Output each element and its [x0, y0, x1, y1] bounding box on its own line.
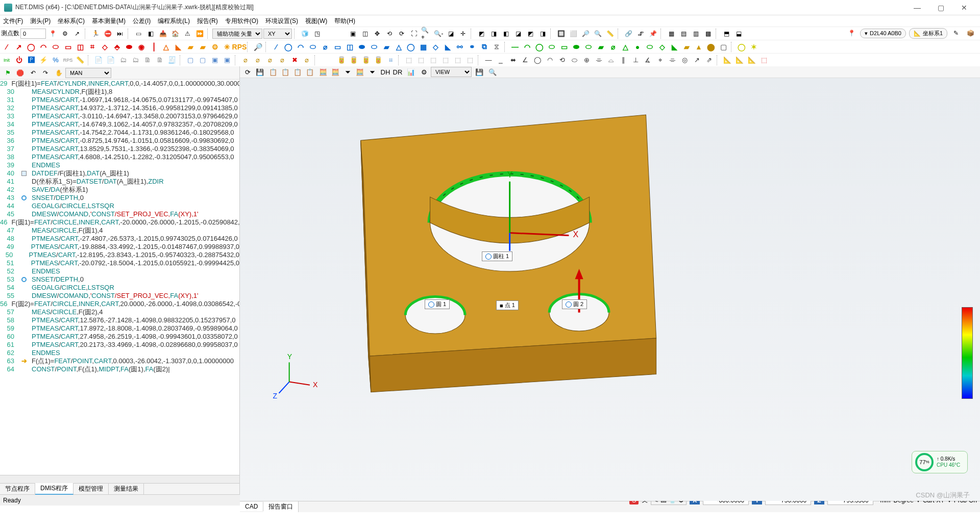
feat-c-mir-icon[interactable]: ⧖ — [491, 41, 502, 53]
feat-g-cone-icon[interactable]: △ — [620, 41, 631, 53]
vtool-⏷-icon[interactable]: ⏷ — [366, 66, 378, 78]
tb3-power-icon[interactable]: ⏻ — [13, 55, 24, 66]
feat-c-diam-icon[interactable]: ◇ — [430, 41, 441, 53]
feat-rps-icon[interactable]: RPS — [234, 41, 245, 53]
warning-icon[interactable]: ⚠ — [182, 28, 193, 39]
vtool-🧮-icon[interactable]: 🧮 — [354, 66, 365, 78]
feat-g-face-icon[interactable]: ▢ — [718, 41, 729, 53]
code-line[interactable]: 60PTMEAS/CART,27.4958,-26.2519,-1.4098,-… — [0, 333, 239, 341]
tb3-t-cn-icon[interactable]: ◎ — [679, 55, 690, 66]
vtool-📋-icon[interactable]: 📋 — [280, 66, 291, 78]
feat-line-icon[interactable]: ∕ — [1, 41, 12, 53]
feat-c-rect2-icon[interactable]: ◫ — [344, 41, 355, 53]
feat-g-ell-icon[interactable]: ⬭ — [546, 41, 557, 53]
feat-slot-icon[interactable]: ⬬ — [124, 41, 135, 53]
code-line[interactable]: 63➔F(点1)=FEAT/POINT,CART,0.0003,-26.0042… — [0, 357, 239, 365]
grid1-icon[interactable]: ▦ — [666, 28, 677, 39]
code-line[interactable]: 47MEAS/CIRCLE,F(圆1),4 — [0, 226, 239, 235]
code-line[interactable]: 45DMESW/COMAND,'CONST/SET_PROJ_VEC,FA(XY… — [0, 210, 239, 218]
feat-c-circ-icon[interactable]: ◯ — [283, 41, 294, 53]
vtool-📋-icon[interactable]: 📋 — [304, 66, 315, 78]
flag-stop-icon[interactable]: 🛑 — [14, 67, 26, 79]
code-line[interactable]: 29F(圆柱1)=FEAT/CYLNDR,INNER,CART,0,0,-14.… — [0, 80, 239, 88]
menu-item[interactable]: 坐标系(C) — [58, 17, 85, 26]
code-line[interactable]: 35PTMEAS/CART,-14.7542,2.7044,-1.1731,0.… — [0, 129, 239, 137]
vtool-🧮-icon[interactable]: 🧮 — [317, 66, 329, 78]
view-select[interactable]: VIEW — [431, 67, 472, 77]
tb3-my-icon[interactable]: 📐 — [734, 55, 745, 66]
geometry-icon[interactable]: 📦 — [965, 28, 976, 39]
zoomout-icon[interactable]: 🔍- — [433, 28, 444, 39]
sel-rect-icon[interactable]: ▣ — [347, 28, 358, 39]
zoom-fit-icon[interactable]: ⬜ — [568, 28, 579, 39]
left-tab[interactable]: 模型管理 — [74, 484, 109, 494]
feat-rect-icon[interactable]: ▭ — [62, 41, 74, 53]
tb3-seg1-icon[interactable]: ⬚ — [403, 55, 414, 66]
tb3-pct-icon[interactable]: % — [50, 55, 61, 66]
link2-icon[interactable]: 🖇 — [635, 28, 646, 39]
code-line[interactable]: 59PTMEAS/CART,17.8972,-18.8008,-1.4098,0… — [0, 324, 239, 333]
ruler-icon[interactable]: 📏 — [604, 28, 616, 39]
tb3-t-sp-icon[interactable]: ⬭ — [569, 55, 580, 66]
tb3-seg3-icon[interactable]: ⬚ — [428, 55, 439, 66]
tb3-t-a1-icon[interactable]: ∠ — [520, 55, 531, 66]
tb3-cyl5-icon[interactable]: ⌀ — [301, 55, 312, 66]
feat-cyl-icon[interactable]: ⌗ — [87, 41, 98, 53]
tb3-t-c2-icon[interactable]: ◠ — [544, 55, 555, 66]
import-icon[interactable]: 📥 — [157, 28, 168, 39]
code-line[interactable]: 54GEOALG/CIRCLE,LSTSQR — [0, 284, 239, 292]
feat-c-line-icon[interactable]: ∕ — [271, 41, 282, 53]
feat-c-pair-icon[interactable]: ⚯ — [454, 41, 465, 53]
feat-circle-icon[interactable]: ◯ — [26, 41, 37, 53]
feat-c-sph-icon[interactable]: ◯ — [405, 41, 416, 53]
tb3-cyl4-icon[interactable]: ⌀ — [277, 55, 288, 66]
axis-select[interactable]: XY — [263, 29, 292, 39]
code-line[interactable]: 40DATDEF/F(圆柱1),DAT(A_圆柱1) — [0, 169, 239, 178]
probe-icon[interactable]: 📍 — [846, 28, 857, 39]
sticky-icon[interactable]: 📌 — [647, 28, 658, 39]
menu-item[interactable]: 帮助(H) — [334, 17, 355, 26]
tb3-t-po-icon[interactable]: ⌖ — [654, 55, 666, 66]
code-line[interactable]: 62ENDMES — [0, 349, 239, 357]
tb3-ds3-icon[interactable]: 🗂 — [117, 55, 129, 66]
feat-c-slab-icon[interactable]: ▰ — [381, 41, 392, 53]
vtool-🔍-icon[interactable]: 🔍 — [487, 66, 498, 78]
menu-item[interactable]: 报告(R) — [197, 17, 218, 26]
doc-sel-icon[interactable]: ⬒ — [721, 28, 732, 39]
feat-slab-icon[interactable]: ▰ — [185, 41, 196, 53]
tb3-sq4-icon[interactable]: ▣ — [222, 55, 233, 66]
pointcount-input[interactable] — [20, 29, 46, 39]
vtool-📋-icon[interactable]: 📋 — [292, 66, 303, 78]
tb3-t-c3-icon[interactable]: ⟲ — [556, 55, 568, 66]
rotate-icon[interactable]: ⟲ — [384, 28, 395, 39]
stop-icon[interactable]: ⛔ — [102, 28, 113, 39]
feat-lookup-icon[interactable]: 🔎 — [252, 41, 263, 53]
vtool-⟳-icon[interactable]: ⟳ — [242, 66, 253, 78]
tb3-sq2-icon[interactable]: ▢ — [197, 55, 208, 66]
feat-wedge-icon[interactable]: ◣ — [173, 41, 184, 53]
feat-g-cone2-icon[interactable]: ▲ — [693, 41, 704, 53]
right-tab[interactable]: CAD — [240, 502, 263, 511]
feat-y-circ-icon[interactable]: ◯ — [736, 41, 747, 53]
right-tab[interactable]: 报告窗口 — [263, 501, 299, 512]
feat-g-slab-icon[interactable]: ▰ — [595, 41, 606, 53]
code-line[interactable]: 64CONST/POINT,F(点1),MIDPT,FA(圆1),FA(圆2)| — [0, 365, 239, 373]
code-line[interactable]: 53SNSET/DEPTH,0 — [0, 275, 239, 284]
code-line[interactable]: 38PTMEAS/CART,4.6808,-14.2510,-1.2282,-0… — [0, 153, 239, 161]
vtool-⚙-icon[interactable]: ⚙ — [419, 66, 430, 78]
iso-icon[interactable]: ◪ — [445, 28, 456, 39]
left-tab[interactable]: DMIS程序 — [35, 483, 74, 495]
menu-item[interactable]: 视图(W) — [305, 17, 327, 26]
vtool-💾-icon[interactable]: 💾 — [474, 66, 485, 78]
menu-item[interactable]: 环境设置(S) — [265, 17, 298, 26]
feat-slab2-icon[interactable]: ▰ — [197, 41, 208, 53]
box-icon[interactable]: ▭ — [133, 28, 144, 39]
vector-icon[interactable]: ↗ — [71, 28, 83, 39]
feat-pin-icon[interactable]: ◉ — [136, 41, 147, 53]
probe-indicator[interactable]: ▾ D2L40 A0B0 — [860, 29, 906, 38]
feat-g-rect-icon[interactable]: ▭ — [558, 41, 570, 53]
view-left-icon[interactable]: ◩ — [525, 28, 536, 39]
zoom-sel-icon[interactable]: 🔲 — [555, 28, 567, 39]
feat-arc-icon[interactable]: ◠ — [38, 41, 49, 53]
code-line[interactable]: 34PTMEAS/CART,-14.6749,3.1062,-14.4057,0… — [0, 120, 239, 129]
